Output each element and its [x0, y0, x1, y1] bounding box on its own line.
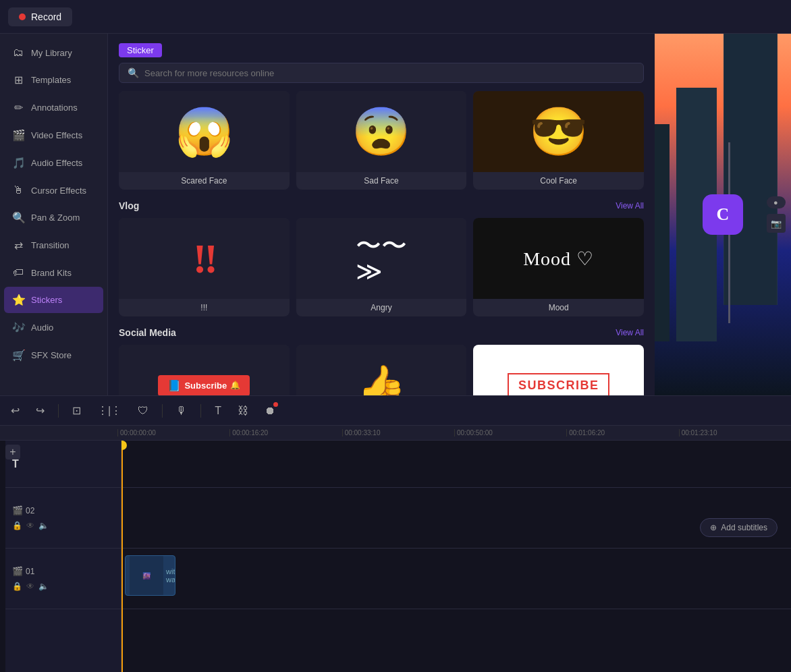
record-timeline-button[interactable]: ⏺ [262, 402, 278, 420]
sidebar-label-brand-kits: Brand Kits [31, 268, 72, 278]
sticker-label-sad-face: Sad Face [296, 172, 467, 190]
sticker-card-subscribed01[interactable]: SUBSCRIBE Subscribed01 [473, 345, 644, 395]
search-bar[interactable]: 🔍 [119, 63, 644, 83]
record-button[interactable]: Record [8, 7, 72, 26]
sticker-scroll-area[interactable]: 😱 Scared Face 😨 Sad Face 😎 Cool Face [108, 91, 655, 395]
sidebar-item-brand-kits[interactable]: 🏷 Brand Kits [4, 260, 103, 285]
playhead[interactable] [121, 441, 123, 672]
sticker-thumb-scared: 😱 [119, 91, 290, 172]
sidebar-item-video-effects[interactable]: 🎬 Video Effects [4, 122, 103, 148]
sidebar-item-transition[interactable]: ⇄ Transition [4, 232, 103, 258]
track-ctrl-02: 🔒 👁 🔈 [12, 521, 49, 530]
preview-camera-btn[interactable]: 📷 [767, 214, 786, 233]
sidebar-label-audio: Audio [31, 323, 53, 333]
ruler-mark-3: 00:00:50:00 [454, 429, 566, 437]
preview-pill[interactable]: ● [767, 196, 786, 208]
timeline-clip-1[interactable]: 🌆 with wate [125, 555, 175, 596]
sticker-card-mood[interactable]: Mood ♡ Mood [473, 218, 644, 316]
sidebar-label-transition: Transition [31, 240, 70, 250]
sticker-card-sad-face[interactable]: 😨 Sad Face [296, 91, 467, 190]
track-audio-btn-01[interactable]: 🔈 [38, 582, 49, 591]
ruler-mark-4: 00:01:06:20 [566, 429, 678, 437]
sticker-card-scared-face[interactable]: 😱 Scared Face [119, 91, 290, 190]
main-area: 🗂 My Library ⊞ Templates ✏ Annotations 🎬… [0, 34, 791, 395]
search-icon: 🔍 [128, 67, 139, 78]
track-audio-btn-02[interactable]: 🔈 [38, 521, 49, 530]
sidebar-label-annotations: Annotations [31, 103, 78, 113]
header-bar: Record [0, 0, 791, 34]
sidebar-item-sfx-store[interactable]: 🛒 SFX Store [4, 342, 103, 368]
timeline-section: ↩ ↪ ⊡ ⋮|⋮ 🛡 🎙 T ⛓ ⏺ 00:00:00:00 00:00:16… [0, 395, 791, 672]
sidebar-label-cursor-effects: Cursor Effects [31, 186, 86, 196]
track-lock-btn-01[interactable]: 🔒 [12, 582, 22, 591]
library-icon: 🗂 [12, 47, 24, 59]
sidebar-item-my-library[interactable]: 🗂 My Library [4, 40, 103, 65]
section-title-social: Social Media [119, 327, 176, 338]
sidebar-item-templates[interactable]: ⊞ Templates [4, 67, 103, 93]
sticker-label-scared-face: Scared Face [119, 172, 290, 190]
sticker-card-exclamation[interactable]: !! !!! [119, 218, 290, 316]
sticker-card-subscribe-button[interactable]: 📘 Subscribe 🔔 Subscribe Button [119, 345, 290, 395]
view-all-vlog[interactable]: View All [616, 201, 644, 211]
timeline-ruler: 00:00:00:00 00:00:16:20 00:00:33:10 00:0… [0, 426, 791, 441]
track-num-label-01: 01 [26, 567, 34, 576]
sticker-thumb-subscribe: 📘 Subscribe 🔔 [119, 345, 290, 395]
track-label-left-02: 🎬 02 🔒 👁 🔈 [12, 505, 49, 530]
sidebar-label-stickers: Stickers [31, 295, 62, 305]
annotations-icon: ✏ [12, 101, 24, 114]
cursor-effects-icon: 🖱 [12, 184, 24, 196]
ruler-mark-5: 00:01:23:10 [679, 429, 791, 437]
track-row-text [121, 441, 791, 488]
add-track-button[interactable]: + [5, 445, 20, 459]
search-input[interactable] [144, 68, 635, 78]
timeline-tracks: + T 🎬 02 🔒 [0, 441, 791, 672]
shield-button[interactable]: 🛡 [135, 402, 151, 420]
ruler-marks: 00:00:00:00 00:00:16:20 00:00:33:10 00:0… [117, 429, 791, 437]
track-lock-btn-02[interactable]: 🔒 [12, 521, 22, 530]
crop-button[interactable]: ⊡ [70, 401, 84, 420]
add-subtitles-button[interactable]: ⊕ Add subtitles [700, 518, 778, 537]
link-button[interactable]: ⛓ [235, 402, 251, 420]
track-num-label-02: 02 [26, 506, 34, 515]
sidebar-item-audio-effects[interactable]: 🎵 Audio Effects [4, 150, 103, 176]
templates-icon: ⊞ [12, 74, 24, 86]
sticker-thumb-sad: 😨 [296, 91, 467, 172]
sticker-badge: Sticker [119, 43, 162, 57]
sticker-grid-social: 📘 Subscribe 🔔 Subscribe Button 👍 like SU… [119, 345, 644, 395]
sidebar-item-audio[interactable]: 🎶 Audio [4, 314, 103, 341]
text-button[interactable]: T [212, 402, 224, 420]
track-labels: T 🎬 02 🔒 👁 🔈 [5, 441, 121, 672]
mic-button[interactable]: 🎙 [173, 402, 190, 420]
sidebar-label-pan-zoom: Pan & Zoom [31, 213, 80, 223]
track-row-01: 🌆 with wate [121, 549, 791, 609]
sidebar-item-stickers[interactable]: ⭐ Stickers [4, 287, 103, 313]
pan-zoom-icon: 🔍 [12, 211, 24, 224]
sticker-card-cool-face[interactable]: 😎 Cool Face [473, 91, 644, 190]
transition-icon: ⇄ [12, 239, 24, 252]
sidebar-item-cursor-effects[interactable]: 🖱 Cursor Effects [4, 177, 103, 203]
track-eye-btn-01[interactable]: 👁 [26, 582, 34, 591]
track-num-text: T [12, 458, 19, 470]
sticker-label-exclamation: !!! [119, 299, 290, 316]
preview-video: C ● 📷 [655, 34, 791, 395]
sidebar-item-pan-zoom[interactable]: 🔍 Pan & Zoom [4, 204, 103, 231]
split-button[interactable]: ⋮|⋮ [94, 401, 124, 420]
ruler-mark-0: 00:00:00:00 [117, 429, 229, 437]
track-num-02: 🎬 02 [12, 505, 49, 515]
app-icon-overlay: C [703, 194, 743, 235]
section-header-vlog: Vlog View All [119, 200, 644, 211]
sticker-header: Sticker [108, 34, 655, 63]
brand-kits-icon: 🏷 [12, 267, 24, 279]
track-eye-btn-02[interactable]: 👁 [26, 521, 34, 530]
sidebar-label-templates: Templates [31, 75, 71, 85]
view-all-social[interactable]: View All [616, 328, 644, 337]
track-row-02: ⊕ Add subtitles [121, 488, 791, 549]
toolbar-separator-2 [162, 404, 163, 418]
undo-button[interactable]: ↩ [8, 401, 22, 420]
video-track-icon-01: 🎬 [12, 566, 23, 576]
sticker-card-angry[interactable]: 〜〜≫ Angry [296, 218, 467, 316]
sidebar-item-annotations[interactable]: ✏ Annotations [4, 94, 103, 121]
clip-label-1: with wate [166, 567, 175, 584]
sticker-card-like[interactable]: 👍 like [296, 345, 467, 395]
redo-button[interactable]: ↪ [33, 401, 47, 420]
